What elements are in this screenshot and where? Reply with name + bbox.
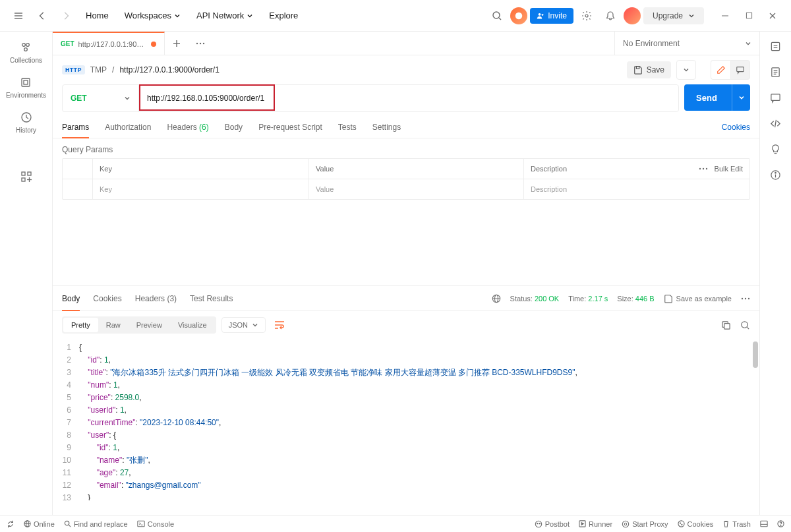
cookies-link[interactable]: Cookies — [722, 123, 750, 132]
sidebar-more[interactable] — [20, 171, 32, 183]
format-select[interactable]: JSON — [221, 317, 266, 333]
send-button[interactable]: Send — [684, 84, 750, 111]
footer-console[interactable]: Console — [137, 520, 174, 528]
view-visualize[interactable]: Visualize — [170, 318, 215, 332]
params-key-input[interactable]: Key — [93, 179, 309, 199]
scrollbar[interactable] — [753, 341, 758, 368]
sidebar-environments[interactable]: Environments — [6, 76, 46, 99]
tab-settings[interactable]: Settings — [372, 116, 401, 138]
env-quicklook-icon[interactable] — [770, 41, 781, 52]
footer-find[interactable]: Find and replace — [64, 520, 128, 528]
code-icon[interactable] — [770, 118, 781, 129]
footer-trash-label: Trash — [732, 520, 751, 528]
info-icon[interactable] — [770, 169, 781, 181]
tab-prerequest[interactable]: Pre-request Script — [258, 116, 322, 138]
hint-icon[interactable] — [770, 144, 781, 155]
search-response-icon[interactable] — [740, 320, 750, 330]
notifications-icon[interactable] — [600, 5, 621, 26]
footer-layout[interactable] — [760, 520, 768, 527]
footer-proxy[interactable]: Start Proxy — [622, 520, 668, 528]
tab-tests[interactable]: Tests — [338, 116, 357, 138]
team-avatar[interactable] — [510, 7, 527, 24]
tab-params[interactable]: Params — [62, 116, 89, 138]
save-dropdown[interactable] — [676, 60, 696, 80]
environment-selector[interactable]: No Environment — [614, 32, 759, 55]
window-minimize-icon[interactable] — [715, 5, 736, 26]
view-pretty[interactable]: Pretty — [63, 318, 98, 332]
tab-authorization[interactable]: Authorization — [105, 116, 151, 138]
comments-icon[interactable] — [770, 92, 781, 103]
resp-tab-body[interactable]: Body — [62, 286, 80, 310]
sidebar-history[interactable]: History — [16, 111, 36, 134]
svg-line-45 — [747, 327, 749, 329]
breadcrumb-folder[interactable]: TMP — [90, 65, 107, 74]
comment-icon[interactable] — [730, 60, 750, 80]
wrap-icon[interactable] — [271, 317, 288, 333]
params-check[interactable] — [63, 179, 93, 199]
search-icon[interactable] — [486, 5, 508, 26]
nav-explore[interactable]: Explore — [262, 7, 305, 24]
new-tab-button[interactable] — [165, 32, 189, 55]
svg-point-9 — [585, 15, 588, 17]
json-body[interactable]: 1{ 2 "id": 1, 3 "title": "海尔冰箱335升 法式多门四… — [53, 339, 759, 500]
params-value-header: Value — [309, 159, 524, 179]
params-more-icon[interactable] — [699, 167, 708, 170]
copy-icon[interactable] — [721, 320, 731, 330]
method-select[interactable]: GET — [63, 85, 139, 111]
upgrade-button[interactable]: Upgrade — [643, 7, 704, 24]
resp-tab-cookies[interactable]: Cookies — [93, 286, 121, 310]
svg-point-70 — [678, 521, 684, 527]
svg-rect-22 — [22, 178, 25, 181]
window-close-icon[interactable] — [762, 5, 783, 26]
nav-home[interactable]: Home — [79, 7, 115, 24]
tab-headers[interactable]: Headers (6) — [167, 116, 208, 138]
svg-point-66 — [539, 523, 540, 523]
nav-api-network[interactable]: API Network — [190, 7, 260, 24]
forward-icon[interactable] — [55, 5, 76, 26]
format-label: JSON — [229, 321, 248, 329]
footer-cookies[interactable]: Cookies — [678, 520, 714, 528]
invite-button[interactable]: Invite — [530, 8, 573, 24]
right-sidebar — [759, 32, 791, 515]
tab-body[interactable]: Body — [225, 116, 243, 138]
svg-point-34 — [705, 168, 707, 169]
footer-postbot[interactable]: Postbot — [535, 520, 570, 528]
svg-point-16 — [24, 48, 28, 51]
footer-sync[interactable] — [7, 520, 15, 528]
save-example-button[interactable]: Save as example — [664, 294, 732, 303]
hamburger-icon[interactable] — [8, 5, 29, 26]
view-preview[interactable]: Preview — [129, 318, 170, 332]
view-raw[interactable]: Raw — [98, 318, 129, 332]
send-dropdown[interactable] — [732, 84, 750, 111]
tab-options[interactable] — [189, 32, 212, 55]
params-desc-input[interactable]: Description — [524, 179, 749, 199]
footer-online[interactable]: Online — [24, 520, 55, 528]
footer-trash[interactable]: Trash — [722, 520, 751, 528]
settings-icon[interactable] — [576, 5, 597, 26]
sidebar-collections[interactable]: Collections — [10, 41, 42, 64]
params-row[interactable]: Key Value Description — [63, 179, 749, 199]
bulk-edit-link[interactable]: Bulk Edit — [715, 165, 743, 173]
tab-headers-count: (6) — [199, 123, 209, 132]
resp-tab-headers[interactable]: Headers (3) — [135, 286, 177, 310]
params-value-input[interactable]: Value — [309, 179, 524, 199]
send-label: Send — [684, 93, 729, 103]
request-tab[interactable]: GET http://127.0.0.1:9000/or — [53, 32, 165, 55]
response-more-icon[interactable] — [741, 297, 750, 300]
user-avatar[interactable] — [624, 7, 641, 24]
top-bar: Home Workspaces API Network Explore Invi… — [0, 0, 791, 32]
svg-point-72 — [681, 524, 682, 525]
window-maximize-icon[interactable] — [738, 5, 759, 26]
save-button[interactable]: Save — [627, 61, 671, 78]
globe-icon[interactable] — [492, 294, 501, 303]
edit-icon[interactable] — [711, 60, 730, 80]
resp-tab-tests[interactable]: Test Results — [190, 286, 233, 310]
environment-label: No Environment — [623, 39, 680, 48]
svg-point-76 — [780, 525, 781, 526]
docs-icon[interactable] — [770, 67, 781, 78]
url-input[interactable] — [139, 85, 678, 111]
footer-runner[interactable]: Runner — [579, 520, 612, 528]
back-icon[interactable] — [32, 5, 53, 26]
footer-help[interactable] — [777, 520, 784, 527]
nav-workspaces[interactable]: Workspaces — [118, 7, 187, 24]
